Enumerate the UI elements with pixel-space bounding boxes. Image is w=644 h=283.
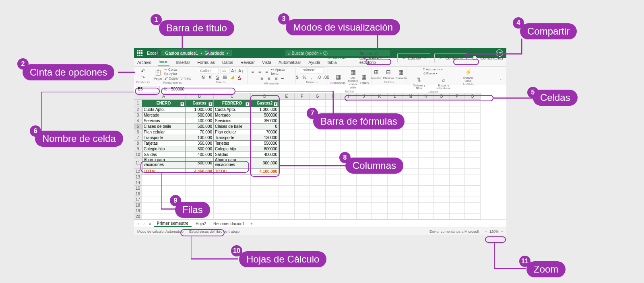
cell-b10[interactable]: 400.000: [186, 152, 214, 158]
wrap-text-button[interactable]: ↩ Ajustar texto: [271, 68, 293, 76]
cell-a8[interactable]: Tarjetas: [142, 141, 186, 146]
app-launcher-icon[interactable]: [137, 50, 143, 56]
font-size-selector[interactable]: 11: [221, 68, 229, 74]
insert-cells-button[interactable]: ⊞Insertar: [371, 68, 381, 80]
feedback-link[interactable]: Enviar comentarios a Microsoft: [429, 230, 479, 234]
cell-a7[interactable]: Transporte: [142, 135, 186, 141]
col-header-I[interactable]: I: [341, 93, 357, 100]
tab-formulas[interactable]: Fórmulas: [196, 58, 216, 66]
filter-dropdown-icon[interactable]: ▾: [180, 102, 184, 106]
sheet-tab-3[interactable]: Recomendación1: [210, 221, 248, 227]
filter-dropdown-icon[interactable]: ▾: [274, 102, 278, 106]
row-header-18[interactable]: 18: [134, 203, 142, 208]
cell-d4[interactable]: 350000: [251, 118, 279, 124]
col-header-J[interactable]: J: [357, 93, 372, 100]
border-icon[interactable]: ▦: [222, 74, 228, 80]
undo-icon[interactable]: ↶: [139, 68, 148, 75]
redo-icon[interactable]: ↷: [140, 75, 146, 80]
underline-icon[interactable]: S: [215, 74, 221, 80]
col-header-L[interactable]: L: [388, 93, 403, 100]
document-title[interactable]: Gastos anuales1 • Guardado ▾: [161, 50, 232, 56]
italic-icon[interactable]: K: [208, 74, 213, 80]
align-bot-icon[interactable]: ≡: [264, 69, 269, 74]
format-painter-button[interactable]: 🖌 Copiar formato: [164, 76, 192, 80]
align-left-icon[interactable]: ≡: [259, 76, 265, 81]
cell-c11[interactable]: Ahorro para vacaciones: [214, 158, 251, 169]
zoom-out-icon[interactable]: −: [485, 230, 487, 234]
table-header-c[interactable]: FEBRERO▾: [214, 100, 251, 107]
format-cells-button[interactable]: ▦Formato: [396, 68, 407, 80]
cell-d10[interactable]: 400000: [251, 152, 279, 158]
row-header-14[interactable]: 14: [134, 180, 142, 186]
col-header-G[interactable]: G: [310, 93, 326, 100]
fill-color-icon[interactable]: ◢: [229, 74, 235, 80]
cell-d3[interactable]: 500000: [251, 113, 279, 118]
cell-d12[interactable]: 4.100.000: [251, 169, 279, 174]
cell-d5[interactable]: 0: [251, 124, 279, 129]
add-sheet-icon[interactable]: +: [249, 221, 254, 226]
cell-a9[interactable]: Colegio hijo: [142, 146, 186, 152]
cell-b8[interactable]: 350.000: [186, 141, 214, 146]
cell-a4[interactable]: Servicios: [142, 118, 186, 124]
cell-c6[interactable]: Plan celular: [214, 129, 251, 135]
cell-c8[interactable]: Tarjetas: [214, 141, 251, 146]
currency-icon[interactable]: $: [295, 74, 300, 80]
cell-b7[interactable]: 130.000: [186, 135, 214, 141]
cell-a10[interactable]: Salidas: [142, 152, 186, 158]
tab-vista[interactable]: Vista: [261, 58, 272, 66]
cell-a5[interactable]: Clases de baile: [142, 124, 186, 129]
table-header-d[interactable]: Gastos2▾: [251, 100, 279, 107]
col-header-E[interactable]: E: [279, 93, 295, 100]
row-header-13[interactable]: 13: [134, 174, 142, 180]
inc-decimal-icon[interactable]: .0: [316, 74, 322, 80]
clear-button[interactable]: ◇ Borrar ▾: [423, 72, 438, 75]
cell-b2[interactable]: 1.000.000: [186, 107, 214, 113]
tab-datos[interactable]: Datos: [221, 58, 234, 66]
name-box[interactable]: B5: [136, 86, 160, 92]
cell-b11[interactable]: 300.000: [186, 158, 214, 169]
row-header-9[interactable]: 9: [134, 146, 142, 152]
cell-d7[interactable]: 130000: [251, 135, 279, 141]
format-table-button[interactable]: ▦Dar formato como tabla: [348, 68, 358, 89]
row-header-5[interactable]: 5: [134, 124, 142, 129]
collapse-ribbon-icon[interactable]: ⌃: [497, 77, 504, 84]
table-header-b[interactable]: Gastos▾: [186, 100, 214, 107]
col-header-C[interactable]: C: [214, 93, 251, 100]
workbook-stats-label[interactable]: Estadísticas del libro de trabajo: [189, 230, 239, 234]
fx-icon[interactable]: fx: [161, 87, 169, 91]
tab-insertar[interactable]: Insertar: [175, 58, 191, 66]
cell-c7[interactable]: Transporte: [214, 135, 251, 141]
col-header-H[interactable]: H: [326, 93, 341, 100]
tab-archivo[interactable]: Archivo: [136, 58, 152, 66]
cell-b12[interactable]: 4.450.000: [186, 169, 214, 174]
row-header-10[interactable]: 10: [134, 152, 142, 158]
col-header-D[interactable]: D: [251, 93, 279, 100]
delete-cells-button[interactable]: ⊟Eliminar: [383, 68, 394, 80]
filter-dropdown-icon[interactable]: ▾: [246, 102, 250, 106]
row-header-15[interactable]: 15: [134, 186, 142, 191]
filter-dropdown-icon[interactable]: ▾: [208, 102, 213, 106]
cell-c3[interactable]: Mercado: [214, 113, 251, 118]
tab-automatizar[interactable]: Automatizar: [278, 58, 302, 66]
row-header-11[interactable]: 11: [134, 158, 142, 169]
tab-diseno-tabla[interactable]: Diseño de tabla: [327, 53, 353, 66]
tab-inicio[interactable]: Inicio: [158, 57, 169, 66]
cell-c2[interactable]: Cuota Apto.: [214, 107, 251, 113]
cell-b3[interactable]: 500.000: [186, 113, 214, 118]
cell-c12[interactable]: TOTAL: [214, 169, 251, 174]
comments-button[interactable]: 💬 Comentarios: [471, 54, 504, 62]
col-header-O[interactable]: O: [434, 93, 450, 100]
copy-button[interactable]: ⎘ Copiar: [164, 72, 192, 76]
col-header-B[interactable]: B: [186, 93, 214, 100]
cell-a12[interactable]: TOTAL: [142, 169, 186, 174]
zoom-in-icon[interactable]: +: [501, 230, 503, 234]
cell-b4[interactable]: 400.000: [186, 118, 214, 124]
share-button[interactable]: ↗ Compartir: [434, 53, 467, 63]
autosum-button[interactable]: Σ Autosuma ▾: [423, 68, 443, 71]
cell-a11[interactable]: Ahorro para vacaciones: [142, 158, 186, 169]
cell-c5[interactable]: Clases de baile: [214, 124, 251, 129]
row-header-8[interactable]: 8: [134, 141, 142, 146]
cell-b9[interactable]: 800.000: [186, 146, 214, 152]
cell-c10[interactable]: Salidas: [214, 152, 251, 158]
spreadsheet-grid[interactable]: ABCDEFGHIJKLMNOPQ1ENERO▾Gastos▾FEBRERO▾G…: [134, 93, 506, 219]
